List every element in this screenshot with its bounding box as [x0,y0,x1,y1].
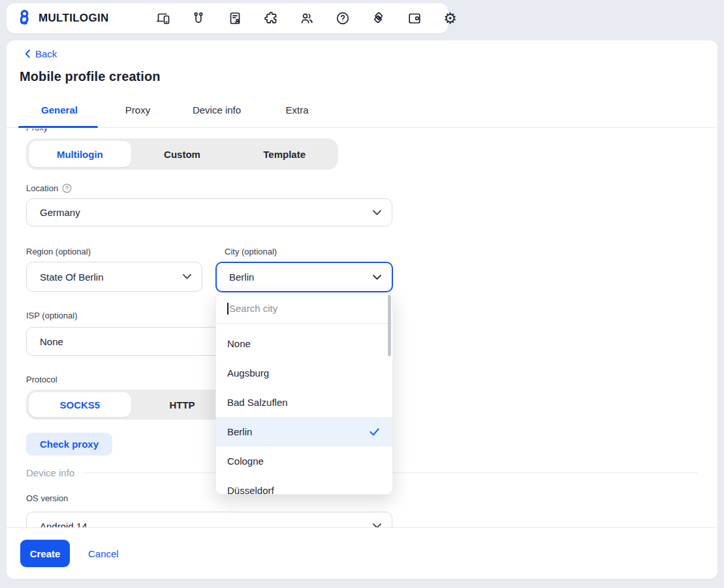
location-select[interactable]: Germany [26,198,392,226]
city-search-input[interactable] [216,294,392,323]
chevron-down-icon [373,275,381,280]
top-toolbar: MULTILOGIN [7,3,448,33]
toolbar-nav: ⚙ [156,11,458,25]
city-value: Berlin [229,271,254,283]
city-option-none[interactable]: None [216,329,392,358]
multilogin-logo-icon [16,9,33,28]
create-button[interactable]: Create [20,540,70,567]
city-option-berlin[interactable]: Berlin [216,417,392,446]
tab-extra[interactable]: Extra [285,104,308,116]
location-label: Location [26,183,72,193]
city-options-list: None Augsburg Bad Salzuflen Berlin Colog… [216,324,392,495]
proxy-icon[interactable] [192,11,206,25]
billing-icon[interactable] [407,11,422,25]
city-option-cologne[interactable]: Cologne [216,446,392,476]
multilogin-logo[interactable]: MULTILOGIN [16,9,109,28]
city-dropdown-panel: None Augsburg Bad Salzuflen Berlin Colog… [215,293,393,495]
automation-icon[interactable] [264,11,278,25]
brand-name: MULTILOGIN [39,12,109,25]
protocol-label: Protocol [26,375,57,384]
region-value: State Of Berlin [40,271,104,283]
protocol-socks5[interactable]: SOCKS5 [29,392,131,417]
tab-bar: General Proxy Device info Extra [7,96,717,128]
proxy-section-heading: Proxy [26,129,48,134]
city-label: City (optional) [225,247,277,256]
location-help-icon[interactable] [62,183,72,193]
tab-general[interactable]: General [41,104,78,116]
form-footer: Create Cancel [7,527,717,579]
proxy-type-multilogin[interactable]: Multilogin [29,141,131,167]
devices-icon[interactable] [156,11,170,25]
tab-proxy[interactable]: Proxy [125,104,150,116]
city-search-row [216,294,392,324]
text-cursor [227,303,228,315]
os-version-label: OS version [26,493,68,503]
proxy-type-custom[interactable]: Custom [131,141,234,167]
partner-icon[interactable] [371,11,386,25]
city-select[interactable]: Berlin [215,262,393,292]
city-option-augsburg[interactable]: Augsburg [216,358,392,388]
team-icon[interactable] [300,11,314,25]
cancel-button[interactable]: Cancel [88,548,119,559]
help-icon[interactable] [336,11,350,25]
city-option-bad-salzuflen[interactable]: Bad Salzuflen [216,388,392,417]
selected-check-icon [370,428,379,436]
check-proxy-button[interactable]: Check proxy [26,433,112,456]
region-select[interactable]: State Of Berlin [26,262,202,292]
isp-value: None [40,336,63,347]
proxy-type-template[interactable]: Template [233,141,336,167]
location-value: Germany [40,207,80,218]
page-title: Mobile profile creation [20,69,161,84]
isp-label: ISP (optional) [26,311,78,320]
back-chevron-icon [25,50,30,58]
proxy-type-segmented: Multilogin Custom Template [26,138,338,170]
city-option-dusseldorf[interactable]: Düsseldorf [216,476,392,495]
back-button[interactable]: Back [25,48,57,59]
region-label: Region (optional) [26,247,91,256]
profile-creation-card: Back Mobile profile creation General Pro… [7,40,717,579]
chevron-down-icon [183,274,191,279]
chevron-down-icon [373,210,381,215]
tab-device-info[interactable]: Device info [193,104,241,116]
profiles-icon[interactable] [228,11,242,25]
settings-icon[interactable]: ⚙ [443,11,458,25]
active-tab-underline [18,126,98,128]
dropdown-scrollbar[interactable] [388,295,391,356]
back-label: Back [35,48,57,59]
device-info-heading: Device info [26,467,74,478]
